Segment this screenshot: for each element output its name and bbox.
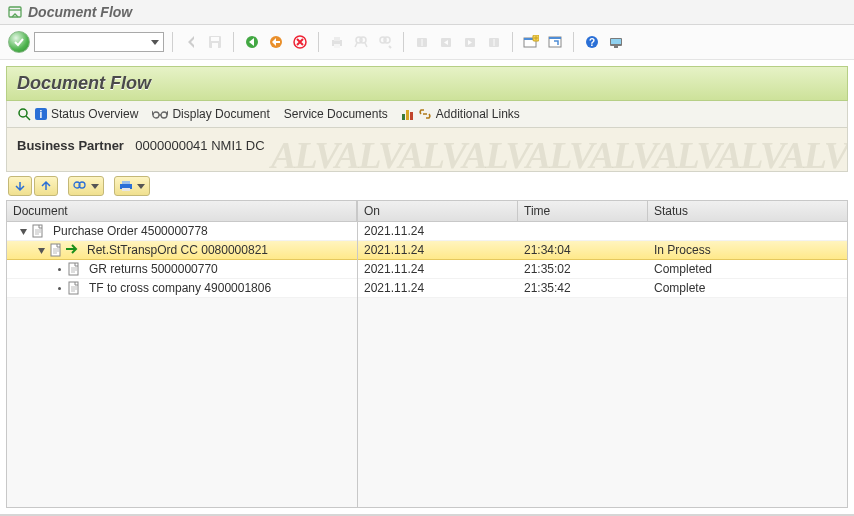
data-row[interactable]: 2021.11.2421:35:42Complete: [358, 279, 847, 298]
data-row[interactable]: 2021.11.2421:34:04In Process: [358, 241, 847, 260]
svg-rect-3: [212, 43, 218, 48]
tree-row-label: GR returns 5000000770: [83, 262, 224, 276]
status-overview-label: Status Overview: [51, 107, 138, 121]
page-title: Document Flow: [6, 66, 848, 101]
svg-point-45: [58, 287, 61, 290]
customize-layout-icon[interactable]: [606, 32, 626, 52]
search-tree-button[interactable]: [68, 176, 104, 196]
cell-time: 21:35:42: [518, 281, 648, 295]
svg-rect-2: [211, 37, 219, 41]
command-field[interactable]: [34, 32, 164, 52]
column-header-time[interactable]: Time: [518, 201, 648, 222]
svg-rect-34: [406, 110, 409, 120]
back-left-icon[interactable]: [181, 32, 201, 52]
tree-expander[interactable]: [17, 227, 29, 236]
cell-time: 21:35:02: [518, 262, 648, 276]
tree-expander[interactable]: [35, 246, 47, 255]
watermark: ALVALVALVALVALVALVALVALVALV: [7, 133, 847, 172]
window-title: Document Flow: [28, 4, 132, 20]
first-page-icon[interactable]: [412, 32, 432, 52]
bar-chart-icon: [402, 108, 414, 120]
back-icon[interactable]: [242, 32, 262, 52]
svg-rect-33: [402, 114, 405, 120]
tree-row[interactable]: TF to cross company 4900001806: [7, 279, 357, 298]
tree-row[interactable]: Ret.StTranspOrd CC 0080000821: [7, 241, 357, 260]
find-next-icon[interactable]: [375, 32, 395, 52]
cell-time: 21:34:04: [518, 243, 648, 257]
find-icon[interactable]: [351, 32, 371, 52]
status-overview-button[interactable]: i Status Overview: [17, 107, 138, 121]
service-documents-button[interactable]: Service Documents: [284, 107, 388, 121]
svg-rect-22: [549, 37, 561, 39]
enter-button[interactable]: [8, 31, 30, 53]
svg-rect-40: [122, 188, 130, 191]
next-page-icon[interactable]: [460, 32, 480, 52]
svg-rect-26: [611, 39, 621, 44]
cancel-icon[interactable]: [290, 32, 310, 52]
svg-text:i: i: [40, 109, 43, 120]
svg-rect-8: [334, 37, 340, 41]
application-toolbar: i Status Overview Display Document Servi…: [6, 101, 848, 128]
additional-links-label: Additional Links: [436, 107, 520, 121]
data-row[interactable]: 2021.11.2421:35:02Completed: [358, 260, 847, 279]
exit-icon[interactable]: [266, 32, 286, 52]
svg-point-13: [384, 37, 390, 43]
column-header-status[interactable]: Status: [648, 201, 847, 222]
tree-row-label: Ret.StTranspOrd CC 0080000821: [81, 243, 274, 257]
new-session-icon[interactable]: [521, 32, 541, 52]
svg-rect-27: [614, 46, 618, 48]
last-page-icon[interactable]: [484, 32, 504, 52]
document-icon: [31, 224, 45, 238]
tree-row[interactable]: Purchase Order 4500000778: [7, 222, 357, 241]
document-icon: [67, 281, 81, 295]
svg-point-28: [19, 109, 27, 117]
prev-page-icon[interactable]: [436, 32, 456, 52]
cell-status: Completed: [648, 262, 847, 276]
print-tree-button[interactable]: [114, 176, 150, 196]
service-documents-label: Service Documents: [284, 107, 388, 121]
create-shortcut-icon[interactable]: [545, 32, 565, 52]
info-icon: i: [35, 108, 47, 120]
svg-rect-0: [9, 7, 21, 17]
expand-all-button[interactable]: [8, 176, 32, 196]
column-header-on[interactable]: On: [358, 201, 518, 222]
tree-row-label: Purchase Order 4500000778: [47, 224, 214, 238]
cell-status: Complete: [648, 281, 847, 295]
svg-rect-35: [410, 112, 413, 120]
app-menu-icon[interactable]: [8, 5, 22, 19]
magnifier-icon: [17, 107, 31, 121]
document-icon: [67, 262, 81, 276]
business-partner-value: 0000000041 NMI1 DC: [135, 138, 264, 153]
svg-rect-9: [334, 44, 340, 48]
svg-point-32: [161, 112, 167, 118]
collapse-all-button[interactable]: [34, 176, 58, 196]
column-header-document[interactable]: Document: [7, 201, 357, 222]
data-row[interactable]: 2021.11.24: [358, 222, 847, 241]
cell-status: In Process: [648, 243, 847, 257]
svg-rect-42: [51, 244, 60, 256]
window-title-bar: Document Flow: [0, 0, 854, 25]
svg-rect-41: [33, 225, 42, 237]
tree-expander[interactable]: [53, 265, 65, 274]
help-icon[interactable]: ?: [582, 32, 602, 52]
svg-point-11: [360, 37, 366, 43]
display-document-button[interactable]: Display Document: [152, 107, 269, 121]
document-flow-grid: Document Purchase Order 4500000778Ret.St…: [6, 200, 848, 508]
document-icon: [49, 243, 63, 257]
tree-expander[interactable]: [53, 284, 65, 293]
cell-on: 2021.11.24: [358, 243, 518, 257]
svg-point-43: [58, 268, 61, 271]
business-partner-banner: ALVALVALVALVALVALVALVALVALV Business Par…: [6, 128, 848, 172]
additional-links-button[interactable]: Additional Links: [402, 107, 520, 121]
cell-on: 2021.11.24: [358, 281, 518, 295]
save-icon[interactable]: [205, 32, 225, 52]
tree-row-label: TF to cross company 4900001806: [83, 281, 277, 295]
print-icon[interactable]: [327, 32, 347, 52]
tree-toolbar: [6, 174, 848, 198]
arrow-right-icon: [65, 243, 79, 257]
business-partner-label: Business Partner: [17, 138, 124, 153]
data-pane: On Time Status 2021.11.242021.11.2421:34…: [357, 201, 847, 507]
glasses-icon: [152, 108, 168, 120]
tree-row[interactable]: GR returns 5000000770: [7, 260, 357, 279]
tree-pane: Document Purchase Order 4500000778Ret.St…: [7, 201, 357, 507]
